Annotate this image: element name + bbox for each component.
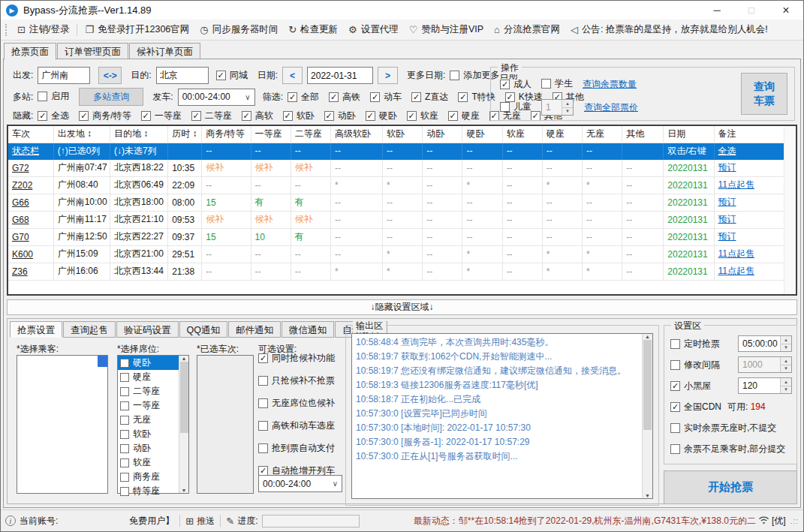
hide-checkbox[interactable]: ✓高软 — [242, 110, 273, 122]
toolbar-item-monitor[interactable]: ⊡注销/登录 — [17, 23, 69, 36]
column-header-premium-soft-sleeper[interactable]: 高级软卧 — [330, 126, 382, 143]
cell-note[interactable]: 预订 — [714, 228, 789, 245]
hide-checkbox[interactable]: ✓一等座 — [141, 110, 182, 122]
option-checkbox[interactable]: ✓同时抢候补功能 — [258, 352, 348, 365]
date-prev-button[interactable]: < — [282, 67, 303, 84]
hide-checkbox[interactable]: ✓硬座 — [448, 110, 480, 122]
dest-input[interactable] — [156, 67, 209, 84]
seat-item[interactable]: 二等座 — [118, 384, 179, 398]
setting-checkbox[interactable]: ✓小黑屋 — [670, 380, 711, 392]
cell-train-no[interactable]: Z202 — [8, 176, 53, 194]
seat-scrollbar[interactable]: ▲▼ — [179, 356, 188, 493]
multi-station-query-button[interactable]: 多站查询 — [79, 88, 143, 106]
date-next-button[interactable]: > — [378, 67, 398, 84]
swap-stations-button[interactable]: <-> — [98, 67, 122, 84]
seat-item[interactable]: 无座 — [118, 413, 179, 427]
seat-item[interactable]: 软卧 — [118, 427, 179, 441]
filter-checkbox[interactable]: ✓高铁 — [329, 91, 360, 104]
column-header-soft-seat[interactable]: 软座 — [502, 126, 542, 143]
column-header-hard-sleeper[interactable]: 硬卧 — [462, 126, 502, 143]
scroll-down-icon[interactable]: ▼ — [182, 488, 187, 493]
hide-checkbox[interactable]: ✓二等座 — [191, 110, 232, 122]
hide-checkbox[interactable]: ✓全选 — [38, 110, 69, 122]
setting-spinner[interactable]: 1000▲▼ — [738, 356, 792, 373]
column-header-hard-seat[interactable]: 硬座 — [542, 126, 582, 143]
date-input[interactable] — [307, 67, 373, 84]
output-scrollbar[interactable]: ▲▼ — [642, 334, 652, 498]
setting-spinner[interactable]: 120▲▼ — [738, 377, 792, 394]
output-scrollbar-thumb[interactable] — [643, 340, 652, 430]
option-checkbox[interactable]: 无座席位也候补 — [258, 397, 348, 410]
scroll-down-icon[interactable]: ▼ — [645, 493, 650, 498]
option-checkbox[interactable]: 高铁和动车选座 — [258, 419, 348, 432]
cell-train-no[interactable]: G70 — [8, 228, 53, 245]
output-log-list[interactable]: 10:58:48:4 查询完毕，本次查询共用时:435毫秒。10:58:19:7… — [351, 333, 653, 499]
filter-checkbox[interactable]: ✓全部 — [288, 91, 319, 104]
spinner-arrows-icon[interactable]: ▲▼ — [780, 378, 791, 393]
column-header-date[interactable]: 日期 — [664, 126, 714, 143]
close-button[interactable]: × — [769, 1, 803, 20]
main-tab-1[interactable]: 抢票页面 — [4, 43, 56, 60]
spinner-arrows-icon[interactable]: ▲▼ — [562, 100, 573, 115]
column-header-soft-sleeper[interactable]: 软卧 — [383, 126, 423, 143]
setting-checkbox[interactable]: 余票不足乘客时,部分提交 — [670, 443, 785, 455]
student-checkbox[interactable]: 学生 — [541, 77, 573, 90]
settings-tab-6[interactable]: 微信通知 — [282, 321, 334, 338]
hide-checkbox[interactable]: ✓软座 — [407, 110, 438, 122]
seat-item[interactable]: 硬卧 — [118, 356, 179, 370]
adult-checkbox[interactable]: ✓成人 — [500, 78, 531, 91]
seat-item[interactable]: 硬座 — [118, 370, 179, 384]
column-header-other[interactable]: 其他 — [622, 126, 664, 143]
cell-note[interactable]: 预订 — [714, 159, 789, 176]
passenger-scrollbar-thumb[interactable] — [98, 356, 107, 367]
cell-train-no[interactable]: Z36 — [8, 263, 53, 280]
cell-note[interactable]: 11点起售 — [714, 263, 789, 280]
hide-checkbox[interactable]: ✓硬卧 — [366, 110, 397, 122]
table-scrollbar[interactable] — [784, 126, 796, 294]
setting-checkbox[interactable]: 实时余票无座时,不提交 — [670, 422, 776, 434]
main-tab-3[interactable]: 候补订单页面 — [129, 43, 200, 59]
seat-scrollbar-thumb[interactable] — [180, 362, 188, 433]
filter-checkbox[interactable]: ✓动车 — [370, 91, 402, 104]
toolbar-item-refresh[interactable]: ↻检查更新 — [288, 23, 338, 36]
setting-spinner[interactable]: 05:00:00▲▼ — [738, 335, 792, 352]
settings-tab-2[interactable]: 查询起售 — [63, 321, 116, 338]
column-header-no-seat[interactable]: 无座 — [582, 126, 622, 143]
option-checkbox[interactable]: 抢到票自动支付 — [258, 442, 348, 455]
toolbar-item-home[interactable]: ⌂分流抢票官网 — [494, 23, 560, 36]
cell-note[interactable]: 预订 — [714, 211, 789, 228]
child-count-spinner[interactable]: 1 ▲▼ — [541, 99, 574, 116]
hide-checkbox[interactable]: ✓软卧 — [283, 110, 315, 122]
seat-item[interactable]: 特等座 — [118, 484, 179, 498]
hide-checkbox[interactable]: ✓动卧 — [324, 110, 356, 122]
seat-item[interactable]: 商务座 — [118, 470, 179, 484]
minimize-button[interactable]: ─ — [700, 1, 734, 20]
setting-checkbox[interactable]: ✓全国CDN — [670, 401, 721, 413]
toolbar-item-window[interactable]: ❐免登录打开12306官网 — [85, 23, 189, 36]
seat-item[interactable]: 动卧 — [118, 441, 179, 455]
multi-enable-checkbox[interactable]: 启用 — [38, 90, 69, 103]
spinner-arrows-icon[interactable]: ▲▼ — [780, 357, 791, 372]
maximize-button[interactable]: □ — [734, 1, 769, 20]
cell-note[interactable]: 预订 — [714, 194, 789, 211]
toolbar-item-heart[interactable]: ♡赞助与注册VIP — [409, 23, 483, 36]
grab-time-combo[interactable]: 00:00-24:00 ∨ — [258, 475, 342, 492]
toolbar-item-speaker[interactable]: ◁公告: 抢票靠的是坚持，放弃就是给别人机会! — [571, 23, 768, 36]
cell-train-no[interactable]: G66 — [8, 194, 53, 211]
hide-settings-bar[interactable]: ↓隐藏设置区域↓ — [7, 299, 797, 315]
cell-train-no[interactable]: G72 — [8, 159, 53, 176]
scroll-up-icon[interactable]: ▲ — [645, 334, 650, 339]
cell-note[interactable]: 11点起售 — [714, 176, 789, 194]
settings-tab-4[interactable]: QQ通知 — [179, 321, 227, 338]
column-header-depart[interactable]: 出发地 ↕ — [53, 126, 110, 143]
selected-train-listbox[interactable] — [197, 355, 254, 494]
column-header-note[interactable]: 备注 — [714, 126, 789, 143]
column-header-duration[interactable]: 历时 ↕ — [168, 126, 202, 143]
scroll-up-icon[interactable]: ▲ — [182, 356, 187, 361]
query-all-prices-link[interactable]: 查询全部票价 — [584, 101, 638, 114]
push-label[interactable]: 推送 — [197, 515, 215, 527]
main-tab-2[interactable]: 订单管理页面 — [57, 43, 128, 59]
child-checkbox[interactable]: 儿童 — [500, 101, 531, 113]
filter-checkbox[interactable]: ✓Z直达 — [411, 91, 448, 104]
option-checkbox[interactable]: 只抢候补不抢票 — [258, 374, 348, 387]
